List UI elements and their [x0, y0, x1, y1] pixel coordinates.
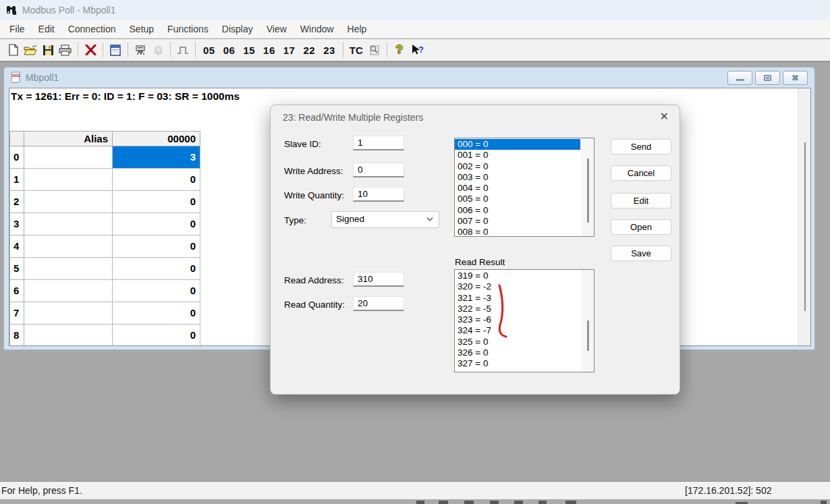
write-register-item[interactable]: 004 = 0: [455, 183, 580, 194]
alias-cell[interactable]: [24, 213, 113, 235]
menu-connection[interactable]: Connection: [61, 21, 123, 37]
read-quantity-field[interactable]: 20: [353, 296, 404, 311]
row-header[interactable]: 4: [9, 235, 24, 258]
row-header[interactable]: 2: [9, 191, 24, 213]
write-register-item[interactable]: 007 = 0: [455, 216, 580, 227]
write-register-item[interactable]: 000 = 0: [455, 139, 580, 150]
write-register-item[interactable]: 006 = 0: [455, 205, 580, 216]
menu-help[interactable]: Help: [341, 21, 374, 37]
read-result-item[interactable]: 323 = -6: [455, 314, 580, 325]
menu-setup[interactable]: Setup: [123, 21, 161, 37]
write-register-item[interactable]: 001 = 0: [455, 150, 580, 161]
cancel-button[interactable]: Cancel: [611, 165, 671, 181]
menu-view[interactable]: View: [260, 21, 294, 37]
read-result-item[interactable]: 321 = -3: [455, 293, 580, 304]
write-registers-listbox[interactable]: 000 = 0001 = 0002 = 0003 = 0004 = 0005 =…: [454, 138, 594, 237]
type-dropdown[interactable]: Signed: [331, 211, 439, 228]
open-button[interactable]: Open: [611, 219, 671, 235]
read-result-item[interactable]: 327 = 0: [455, 358, 580, 369]
close-button[interactable]: ✖: [783, 71, 808, 85]
row-header[interactable]: 8: [9, 325, 24, 346]
read-result-item[interactable]: 326 = 0: [455, 347, 580, 358]
read-result-listbox[interactable]: 319 = 0320 = -2321 = -3322 = -5323 = -63…: [454, 269, 594, 372]
alias-cell[interactable]: [24, 302, 113, 325]
mbpoll1-titlebar[interactable]: DOC Mbpoll1 ✖: [4, 67, 814, 88]
read-result-item[interactable]: 319 = 0: [455, 271, 580, 281]
function-15-button[interactable]: 15: [239, 45, 259, 56]
read-address-field[interactable]: 310: [353, 272, 404, 287]
grid-corner-header[interactable]: [9, 131, 24, 146]
zoom-communication-button[interactable]: [366, 41, 383, 59]
read-result-item[interactable]: 325 = 0: [455, 337, 580, 347]
function-05-button[interactable]: 05: [199, 45, 219, 56]
alias-cell[interactable]: [24, 191, 113, 213]
poll-definition-button[interactable]: [132, 41, 149, 59]
about-help-button[interactable]: ?: [391, 41, 408, 59]
register-value-cell[interactable]: 0: [113, 325, 200, 346]
grid-vertical-scrollbar[interactable]: [798, 88, 810, 345]
read-result-item[interactable]: 324 = -7: [455, 325, 580, 336]
register-value-cell[interactable]: 0: [113, 258, 200, 280]
register-value-cell[interactable]: 0: [113, 302, 200, 325]
read-result-scrollbar-thumb[interactable]: [587, 320, 589, 351]
write-register-item[interactable]: 008 = 0: [455, 227, 580, 237]
alias-cell[interactable]: [24, 146, 113, 169]
row-header[interactable]: 5: [9, 258, 24, 280]
function-22-button[interactable]: 22: [299, 45, 319, 56]
test-center-button[interactable]: TC: [347, 45, 366, 56]
alias-cell[interactable]: [24, 325, 113, 346]
write-register-item[interactable]: 003 = 0: [455, 172, 580, 183]
save-button[interactable]: Save: [611, 246, 671, 261]
menu-display[interactable]: Display: [215, 21, 260, 37]
disconnect-button[interactable]: [82, 41, 99, 59]
alias-cell[interactable]: [24, 169, 113, 191]
row-header[interactable]: 3: [9, 213, 24, 235]
row-header[interactable]: 7: [9, 302, 24, 325]
register-value-cell[interactable]: 3: [113, 146, 200, 169]
slave-id-field[interactable]: 1: [353, 136, 404, 150]
save-button[interactable]: [39, 41, 57, 59]
write-register-item[interactable]: 002 = 0: [455, 161, 580, 172]
restore-button[interactable]: [755, 71, 780, 85]
read-result-scrollbar[interactable]: [581, 270, 594, 372]
register-value-cell[interactable]: 0: [113, 169, 200, 191]
menu-window[interactable]: Window: [294, 21, 341, 37]
alias-cell[interactable]: [24, 235, 113, 258]
single-poll-button[interactable]: [174, 41, 192, 59]
send-button[interactable]: Send: [611, 139, 671, 155]
alias-cell[interactable]: [24, 258, 113, 280]
dialog-close-icon[interactable]: ✕: [660, 110, 669, 123]
write-list-scrollbar-thumb[interactable]: [587, 159, 589, 223]
auto-poll-button[interactable]: [149, 41, 167, 59]
function-17-button[interactable]: 17: [279, 45, 300, 56]
function-06-button[interactable]: 06: [219, 45, 240, 56]
register-value-cell[interactable]: 0: [113, 280, 200, 302]
function-16-button[interactable]: 16: [259, 45, 279, 56]
grid-scrollbar-thumb[interactable]: [804, 142, 806, 311]
register-column-header[interactable]: 00000: [113, 131, 200, 146]
new-document-button[interactable]: [4, 41, 22, 59]
menu-edit[interactable]: Edit: [32, 21, 61, 37]
write-list-scrollbar[interactable]: [581, 138, 594, 236]
menu-file[interactable]: File: [3, 21, 32, 37]
minimize-button[interactable]: [727, 71, 752, 85]
row-header[interactable]: 1: [9, 169, 24, 191]
write-address-field[interactable]: 0: [353, 163, 404, 177]
edit-button[interactable]: Edit: [611, 193, 671, 208]
read-result-item[interactable]: 320 = -2: [455, 281, 580, 292]
setup-window-button[interactable]: [107, 41, 124, 59]
read-result-item[interactable]: 322 = -5: [455, 304, 580, 314]
write-register-item[interactable]: 005 = 0: [455, 194, 580, 204]
alias-column-header[interactable]: Alias: [24, 131, 113, 146]
alias-cell[interactable]: [24, 280, 113, 302]
menu-functions[interactable]: Functions: [161, 21, 215, 37]
register-value-cell[interactable]: 0: [113, 235, 200, 258]
row-header[interactable]: 0: [9, 146, 24, 169]
row-header[interactable]: 6: [9, 280, 24, 302]
context-help-button[interactable]: ?: [408, 41, 426, 59]
print-button[interactable]: [57, 41, 74, 59]
function-23-button[interactable]: 23: [319, 45, 339, 56]
write-quantity-field[interactable]: 10: [353, 187, 404, 202]
open-file-button[interactable]: [22, 41, 39, 59]
register-value-cell[interactable]: 0: [113, 213, 200, 235]
